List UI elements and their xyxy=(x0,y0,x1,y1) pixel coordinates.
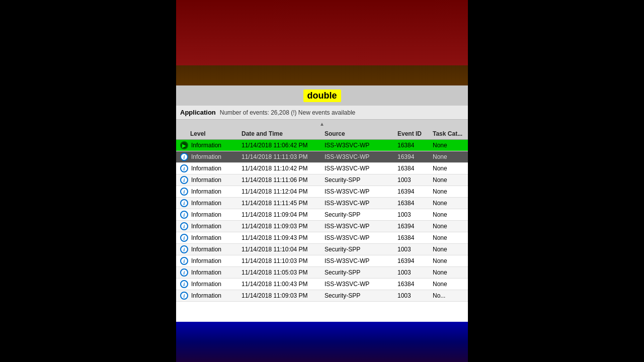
row-level: Information xyxy=(191,142,242,149)
row-source: ISS-W3SVC-WP xyxy=(325,142,397,149)
row-taskcat: None xyxy=(433,257,468,264)
bottom-blue-bar xyxy=(176,322,468,362)
row-eventid: 1003 xyxy=(397,176,433,184)
table-header: Level Date and Time Source Event ID Task… xyxy=(176,128,468,140)
row-datetime: 11/14/2018 11:11:45 PM xyxy=(242,200,325,207)
table-row[interactable]: iInformation11/14/2018 11:09:43 PMISS-W3… xyxy=(176,232,468,244)
row-datetime: 11/14/2018 11:09:03 PM xyxy=(242,292,325,299)
row-level: Information xyxy=(191,165,242,172)
scroll-indicator[interactable]: ▲ xyxy=(176,120,468,128)
row-source: ISS-W3SVC-WP xyxy=(325,200,397,207)
row-source: Security-SPP xyxy=(325,269,397,276)
table-row[interactable]: iInformation11/14/2018 11:09:03 PMSecuri… xyxy=(176,290,468,302)
table-row[interactable]: iInformation11/14/2018 11:12:04 PMISS-W3… xyxy=(176,186,468,198)
row-eventid: 16384 xyxy=(397,281,433,288)
row-taskcat: None xyxy=(433,200,468,207)
info-icon: i xyxy=(179,175,189,185)
table-row[interactable]: iInformation11/14/2018 11:10:04 PMSecuri… xyxy=(176,244,468,255)
row-source: ISS-W3SVC-WP xyxy=(325,234,397,241)
right-black-panel xyxy=(468,0,644,362)
row-level: Information xyxy=(191,153,242,160)
row-source: ISS-W3SVC-WP xyxy=(325,188,397,195)
row-source: Security-SPP xyxy=(325,176,397,184)
toolbar-area: double xyxy=(176,85,468,106)
double-label: double xyxy=(303,89,341,102)
event-count: Number of events: 26,208 (!) New events … xyxy=(220,109,355,116)
info-icon: i xyxy=(179,279,189,289)
row-taskcat: None xyxy=(433,234,468,241)
info-icon: i xyxy=(179,198,189,208)
column-header-eventid[interactable]: Event ID xyxy=(397,130,433,137)
row-level: Information xyxy=(191,257,242,264)
row-eventid: 16394 xyxy=(397,188,433,195)
table-row[interactable]: iInformation11/14/2018 11:00:43 PMISS-W3… xyxy=(176,279,468,290)
row-taskcat: None xyxy=(433,153,468,160)
info-icon: i xyxy=(179,233,189,243)
row-eventid: 1003 xyxy=(397,246,433,253)
column-header-datetime[interactable]: Date and Time xyxy=(242,130,325,137)
column-header-taskcat[interactable]: Task Cat... xyxy=(433,130,468,137)
app-bar: Application Number of events: 26,208 (!)… xyxy=(176,106,468,120)
row-level: Information xyxy=(191,211,242,218)
row-source: ISS-W3SVC-WP xyxy=(325,257,397,264)
brown-bar xyxy=(176,65,468,85)
top-red-bar xyxy=(176,0,468,65)
row-datetime: 11/14/2018 11:06:42 PM xyxy=(242,142,325,149)
row-eventid: 16394 xyxy=(397,153,433,160)
info-icon: i xyxy=(179,244,189,254)
row-level: Information xyxy=(191,246,242,253)
info-icon: i xyxy=(179,163,189,173)
row-datetime: 11/14/2018 11:00:43 PM xyxy=(242,281,325,288)
table-row[interactable]: iInformation11/14/2018 11:11:45 PMISS-W3… xyxy=(176,198,468,209)
row-level: Information xyxy=(191,188,242,195)
row-eventid: 16384 xyxy=(397,200,433,207)
row-eventid: 1003 xyxy=(397,269,433,276)
row-eventid: 16384 xyxy=(397,234,433,241)
table-row[interactable]: iInformation11/14/2018 11:11:03 PMISS-W3… xyxy=(176,151,468,163)
row-taskcat: No... xyxy=(433,292,468,299)
table-row[interactable]: iInformation11/14/2018 11:11:06 PMSecuri… xyxy=(176,174,468,186)
row-level: Information xyxy=(191,292,242,299)
row-taskcat: None xyxy=(433,142,468,149)
row-taskcat: None xyxy=(433,165,468,172)
table-row[interactable]: iInformation11/14/2018 11:10:03 PMISS-W3… xyxy=(176,255,468,267)
table-row[interactable]: iInformation11/14/2018 11:10:42 PMISS-W3… xyxy=(176,163,468,174)
row-taskcat: None xyxy=(433,269,468,276)
row-datetime: 11/14/2018 11:10:03 PM xyxy=(242,257,325,264)
row-source: ISS-W3SVC-WP xyxy=(325,223,397,230)
table-row[interactable]: ▶Information11/14/2018 11:06:42 PMISS-W3… xyxy=(176,140,468,151)
row-taskcat: None xyxy=(433,211,468,218)
table-row[interactable]: iInformation11/14/2018 11:09:03 PMISS-W3… xyxy=(176,221,468,232)
left-black-panel xyxy=(0,0,176,362)
row-eventid: 16384 xyxy=(397,165,433,172)
column-header-level[interactable]: Level xyxy=(176,130,242,137)
row-datetime: 11/14/2018 11:10:04 PM xyxy=(242,246,325,253)
info-icon: i xyxy=(179,267,189,278)
row-datetime: 11/14/2018 11:10:42 PM xyxy=(242,165,325,172)
arrow-icon: ▶ xyxy=(179,140,189,150)
info-icon: i xyxy=(179,256,189,266)
row-level: Information xyxy=(191,269,242,276)
row-source: ISS-W3SVC-WP xyxy=(325,153,397,160)
row-datetime: 11/14/2018 11:09:04 PM xyxy=(242,211,325,218)
row-eventid: 16394 xyxy=(397,257,433,264)
table-row[interactable]: iInformation11/14/2018 11:05:03 PMSecuri… xyxy=(176,267,468,279)
info-icon: i xyxy=(179,221,189,231)
app-name: Application xyxy=(180,109,216,116)
row-source: ISS-W3SVC-WP xyxy=(325,281,397,288)
row-eventid: 1003 xyxy=(397,211,433,218)
row-level: Information xyxy=(191,200,242,207)
row-level: Information xyxy=(191,234,242,241)
row-taskcat: None xyxy=(433,188,468,195)
row-eventid: 16394 xyxy=(397,223,433,230)
column-header-source[interactable]: Source xyxy=(325,130,397,137)
row-datetime: 11/14/2018 11:11:06 PM xyxy=(242,176,325,184)
info-icon: i xyxy=(179,152,189,162)
row-datetime: 11/14/2018 11:12:04 PM xyxy=(242,188,325,195)
table-row[interactable]: iInformation11/14/2018 11:09:04 PMSecuri… xyxy=(176,209,468,221)
info-icon: i xyxy=(179,291,189,301)
row-datetime: 11/14/2018 11:05:03 PM xyxy=(242,269,325,276)
row-taskcat: None xyxy=(433,281,468,288)
info-icon: i xyxy=(179,187,189,197)
row-eventid: 16384 xyxy=(397,142,433,149)
